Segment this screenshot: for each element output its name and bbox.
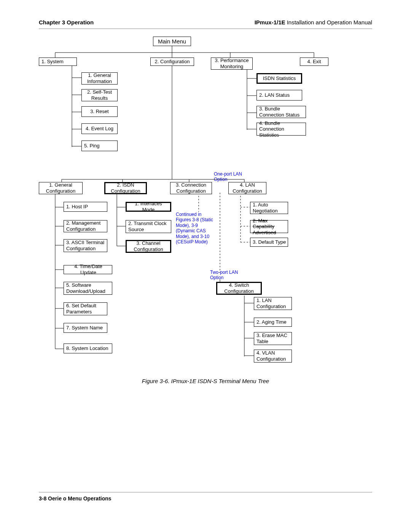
node-auto-neg: 1. Auto Negotiation — [250, 202, 288, 214]
node-isdn-statistics: ISDN Statistics — [256, 73, 302, 84]
figure-caption: Figure 3-6. IPmux-1E ISDN-S Terminal Men… — [39, 378, 372, 384]
node-ping: 5. Ping — [81, 141, 118, 151]
menu-tree-diagram: Main Menu 1. System 2. Configuration 3. … — [39, 37, 372, 375]
node-mgmt-config: 2. Management Configuration — [64, 220, 107, 232]
node-main-menu: Main Menu — [153, 37, 191, 46]
node-general-info: 1. General Information — [81, 72, 118, 85]
node-switch-lan: 1. LAN Configuration — [254, 297, 292, 310]
header-right-bold: IPmux-1/1E — [255, 19, 285, 26]
node-general-config: 1. General Configuration — [39, 182, 83, 194]
node-ascii-terminal: 3. ASCII Terminal Configuration — [64, 239, 107, 252]
node-configuration: 2. Configuration — [150, 58, 194, 66]
node-isdn-config: 2. ISDN Configuration — [104, 182, 147, 194]
node-vlan-config: 4. VLAN Configuration — [254, 350, 292, 363]
node-interfaces-mode: 1. Interfaces Mode — [126, 202, 171, 212]
node-max-cap-strike: 2. Max Capability Advertised — [253, 218, 276, 235]
node-switch-config: 4. Switch Configuration — [216, 282, 262, 295]
node-default-type: 3. Default Type — [250, 238, 288, 247]
page-footer: 3-8 Oerie o Menu Operations — [39, 492, 372, 502]
label-two-port: Two-port LAN Option — [210, 270, 241, 281]
header-left: Chapter 3 Operation — [39, 19, 94, 26]
label-one-port: One-port LAN Option — [214, 171, 244, 182]
node-software-dl: 5. Software Download/Upload — [64, 282, 112, 295]
node-max-cap-text: 2. Max Capability Advertised — [253, 218, 286, 236]
node-max-cap: 2. Max Capability Advertised — [250, 220, 288, 233]
node-transmit-clock: 2. Transmit Clock Source — [126, 220, 171, 233]
node-event-log: 4. Event Log — [81, 123, 118, 134]
node-exit: 4. Exit — [300, 58, 328, 66]
node-performance: 3. Performance Monitoring — [211, 58, 253, 70]
label-continued: Continued in Figures 3-8 (Static Mode), … — [176, 212, 218, 244]
node-lan-config: 4. LAN Configuration — [228, 182, 266, 194]
node-aging-time: 2. Aging Time — [254, 318, 292, 327]
node-self-test: 2. Self-Test Results — [81, 89, 118, 101]
page-header: Chapter 3 Operation IPmux-1/1E Installat… — [39, 19, 372, 29]
node-channel-config: 3. Channel Configuration — [126, 240, 171, 253]
header-right-thin: Installation and Operation Manual — [285, 19, 372, 26]
node-system: 1. System — [39, 58, 77, 66]
node-time-date: 4. Time/Date Update — [64, 265, 112, 274]
node-connection-config: 3. Connection Configuration — [170, 182, 212, 194]
node-set-default: 6. Set Default Parameters — [64, 302, 107, 315]
node-system-location: 8. System Location — [64, 343, 112, 353]
node-host-ip: 1. Host IP — [64, 202, 107, 212]
node-reset: 3. Reset — [81, 106, 118, 117]
node-bundle-conn-stats: 4. Bundle Connection Statistics — [256, 123, 306, 136]
node-system-name: 7. System Name — [64, 323, 107, 333]
page: Chapter 3 Operation IPmux-1/1E Installat… — [39, 19, 372, 513]
node-lan-status: 2. LAN Status — [256, 90, 302, 101]
node-erase-mac: 3. Erase MAC Table — [254, 332, 292, 345]
node-bundle-conn-status: 3. Bundle Connection Status — [256, 106, 306, 118]
header-right: IPmux-1/1E Installation and Operation Ma… — [255, 19, 372, 26]
